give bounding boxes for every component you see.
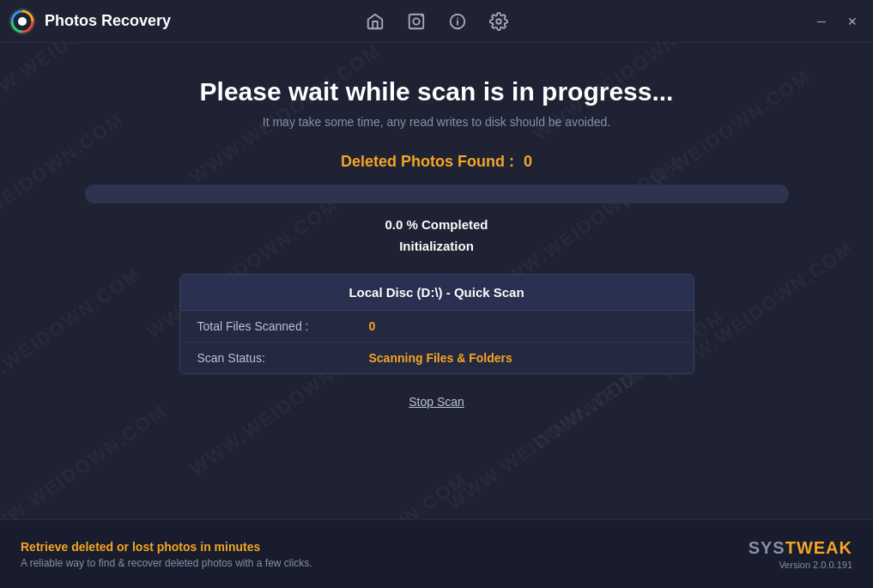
app-title: Photos Recovery <box>45 12 171 30</box>
brand-logo: SYSTWEAK <box>749 538 852 558</box>
scan-row-key-2: Scan Status: <box>197 351 369 365</box>
table-row: Scan Status: Scanning Files & Folders <box>180 342 694 373</box>
brand-sys-part: SYS <box>749 538 785 557</box>
settings-nav-button[interactable] <box>480 5 518 38</box>
scan-row-val-1: 0 <box>369 319 376 333</box>
table-row: Total Files Scanned : 0 <box>180 311 694 342</box>
subline: It may take some time, any read writes t… <box>263 115 610 129</box>
progress-bar-container <box>85 185 789 203</box>
footer-subtext: A reliable way to find & recover deleted… <box>21 557 312 569</box>
brand-tweak-part: TWEAK <box>785 538 852 557</box>
status-label: Initialization <box>399 239 474 253</box>
minimize-button[interactable]: ─ <box>809 9 834 33</box>
svg-point-3 <box>413 18 419 24</box>
footer-tagline: Retrieve deleted or lost photos in minut… <box>21 540 312 554</box>
titlebar-left: Photos Recovery <box>9 8 171 35</box>
titlebar-controls: ─ ✕ <box>809 9 864 33</box>
info-nav-button[interactable] <box>439 5 476 38</box>
found-count: 0 <box>524 153 532 170</box>
scan-row-val-2: Scanning Files & Folders <box>369 351 512 365</box>
app-logo <box>9 8 36 35</box>
svg-point-1 <box>18 17 27 26</box>
footer-left: Retrieve deleted or lost photos in minut… <box>21 540 312 569</box>
scan-table-header: Local Disc (D:\) - Quick Scan <box>180 275 694 311</box>
stop-scan-button[interactable]: Stop Scan <box>409 395 464 409</box>
scan-nav-button[interactable] <box>397 5 435 38</box>
home-nav-button[interactable] <box>356 5 394 38</box>
titlebar-nav <box>356 5 518 38</box>
footer: Retrieve deleted or lost photos in minut… <box>0 519 873 588</box>
main-content: Please wait while scan is in progress...… <box>0 43 873 519</box>
svg-point-8 <box>496 19 501 24</box>
found-label: Deleted Photos Found : 0 <box>341 153 532 171</box>
close-button[interactable]: ✕ <box>840 9 864 33</box>
headline: Please wait while scan is in progress... <box>200 77 674 106</box>
found-label-text: Deleted Photos Found : <box>341 153 514 170</box>
scan-row-key-1: Total Files Scanned : <box>197 319 369 333</box>
percent-label: 0.0 % Completed <box>385 217 488 232</box>
version-label: Version 2.0.0.191 <box>749 560 852 570</box>
titlebar: Photos Recovery <box>0 0 873 43</box>
footer-right: SYSTWEAK Version 2.0.0.191 <box>749 538 852 570</box>
scan-table: Local Disc (D:\) - Quick Scan Total File… <box>179 274 694 374</box>
